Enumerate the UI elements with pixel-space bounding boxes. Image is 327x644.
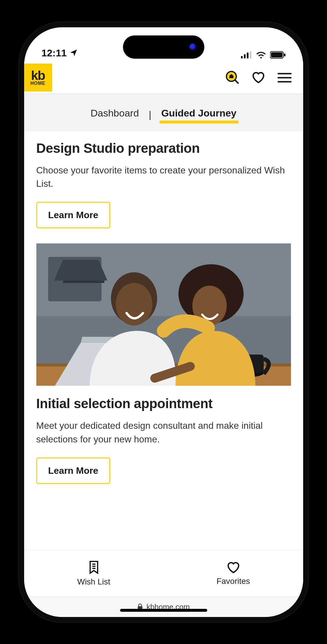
menu-button[interactable]	[276, 72, 293, 84]
svg-line-8	[235, 80, 238, 83]
search-button[interactable]	[224, 69, 240, 86]
heart-icon	[251, 71, 265, 84]
section-initial-selection: Initial selection appointment Meet your …	[36, 396, 291, 484]
battery-icon	[270, 51, 286, 59]
phone-screen: 12:11 kb HOME	[24, 27, 303, 617]
section-title: Initial selection appointment	[36, 396, 291, 411]
learn-more-button[interactable]: Learn More	[36, 458, 110, 484]
section-title: Design Studio preparation	[36, 140, 291, 156]
favorites-button[interactable]	[250, 70, 267, 86]
home-indicator[interactable]	[120, 609, 207, 612]
svg-rect-5	[271, 52, 283, 58]
bottom-nav-favorites[interactable]: Favorites	[164, 550, 303, 597]
header-icon-group	[224, 69, 293, 86]
section-body: Meet your dedicated design consultant an…	[36, 419, 291, 446]
status-right	[241, 51, 286, 59]
svg-rect-6	[284, 53, 285, 56]
tab-guided-journey[interactable]: Guided Journey	[161, 107, 237, 122]
tab-dashboard[interactable]: Dashboard	[90, 107, 139, 122]
kb-home-logo[interactable]: kb HOME	[24, 64, 52, 92]
content-scroll[interactable]: Design Studio preparation Choose your fa…	[24, 132, 303, 550]
tab-separator: |	[149, 109, 151, 120]
dynamic-island	[123, 35, 204, 59]
bottom-nav-label: Wish List	[77, 577, 110, 586]
svg-rect-0	[241, 56, 243, 58]
tabs-row: Dashboard | Guided Journey	[24, 94, 303, 132]
bookmark-list-icon	[87, 560, 100, 574]
svg-rect-3	[250, 51, 251, 58]
section-body: Choose your favorite items to create you…	[36, 164, 291, 191]
bottom-nav-wishlist[interactable]: Wish List	[24, 550, 164, 597]
cellular-icon	[241, 51, 252, 58]
bottom-nav-label: Favorites	[217, 577, 250, 586]
svg-rect-2	[247, 53, 249, 58]
learn-more-button[interactable]: Learn More	[36, 202, 110, 228]
app-header: kb HOME	[24, 62, 303, 94]
search-home-icon	[225, 70, 239, 84]
logo-text-bottom: HOME	[31, 81, 46, 85]
logo-text-top: kb	[31, 70, 45, 81]
wifi-icon	[256, 51, 266, 58]
phone-frame: 12:11 kb HOME	[18, 21, 309, 623]
status-time: 12:11	[42, 47, 67, 59]
browser-url-bar[interactable]: kbhome.com	[24, 597, 303, 617]
heart-icon	[226, 561, 240, 574]
section-hero-image	[36, 243, 291, 386]
bottom-nav: Wish List Favorites	[24, 550, 303, 597]
status-left: 12:11	[42, 47, 78, 59]
svg-rect-1	[244, 54, 246, 58]
hamburger-icon	[278, 73, 292, 82]
page-body: Dashboard | Guided Journey Design Studio…	[24, 94, 303, 550]
location-arrow-icon	[69, 49, 78, 57]
svg-rect-12	[63, 281, 104, 283]
section-design-studio: Design Studio preparation Choose your fa…	[36, 140, 291, 229]
